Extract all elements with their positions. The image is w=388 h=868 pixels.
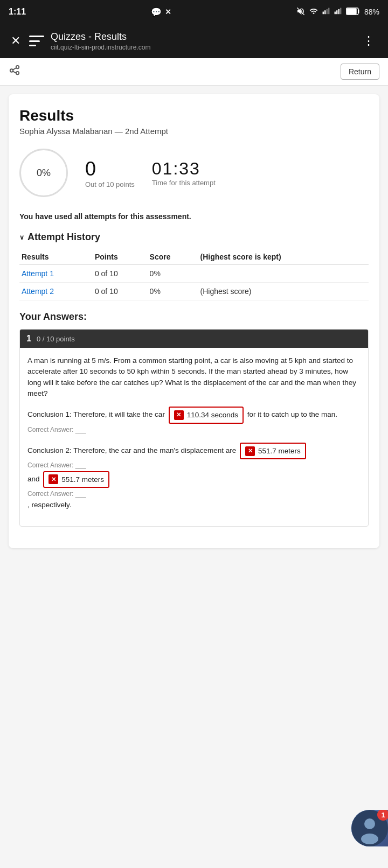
- status-bar: 1:11 💬 ✕ 88%: [0, 0, 388, 24]
- conclusion1-suffix: for it to catch up to the man.: [247, 410, 337, 418]
- signal1-icon: [322, 8, 330, 17]
- nav-subtitle: ciit.quiz-lti-sin-prod.instructure.com: [51, 44, 352, 51]
- svg-rect-3: [327, 9, 328, 13]
- score-time-label: Time for this attempt: [152, 179, 216, 187]
- score-circle: 0%: [19, 149, 68, 197]
- messenger-icon: 💬: [151, 7, 162, 17]
- attempt2-note: (Highest score): [198, 283, 369, 300]
- conclusion2-row: Conclusion 2: Therefore, the car and the…: [27, 443, 361, 511]
- wifi-icon: [309, 7, 318, 17]
- attempt1-note: [198, 265, 369, 283]
- score-points-block: 0 Out of 10 points: [85, 158, 135, 188]
- col-highest: (Highest score is kept): [198, 249, 369, 265]
- svg-line-13: [13, 67, 16, 69]
- conclusion2-answer2: ✕ 551.7 meters: [43, 471, 109, 488]
- question-block: 1 0 / 10 points A man is running at 5 m/…: [19, 329, 369, 527]
- attempt1-score: 0%: [148, 265, 198, 283]
- nav-title-block: Quizzes - Results ciit.quiz-lti-sin-prod…: [51, 31, 352, 51]
- col-score: Score: [148, 249, 198, 265]
- nav-title: Quizzes - Results: [51, 31, 352, 43]
- conclusion1-correct-label: Correct Answer: ___: [27, 425, 361, 435]
- conclusion2-answer1: ✕ 551.7 meters: [240, 443, 306, 460]
- col-points: Points: [93, 249, 148, 265]
- main-content: Results Sophia Alyssa Malabanan — 2nd At…: [0, 86, 388, 557]
- score-out-of: Out of 10 points: [85, 180, 135, 188]
- conclusion1-row: Conclusion 1: Therefore, it will take th…: [27, 407, 361, 435]
- question-body: A man is running at 5 m/s. From a common…: [20, 348, 368, 526]
- attempt2-points: 0 of 10: [93, 283, 148, 300]
- x-twitter-icon: ✕: [165, 8, 171, 16]
- svg-rect-8: [340, 8, 341, 14]
- wrong-icon: ✕: [245, 446, 255, 456]
- wrong-icon: ✕: [174, 410, 184, 420]
- student-attempt-label: Sophia Alyssa Malabanan — 2nd Attempt: [19, 127, 369, 136]
- score-time-block: 01:33 Time for this attempt: [152, 159, 216, 187]
- conclusion2-correct-label1: Correct Answer: ___: [27, 460, 361, 471]
- col-results: Results: [19, 249, 93, 265]
- status-right: 88%: [296, 7, 379, 17]
- share-icon[interactable]: [9, 65, 20, 79]
- conclusion2-conjunct: and: [27, 475, 40, 483]
- signal2-icon: [334, 8, 342, 17]
- svg-rect-6: [336, 10, 337, 14]
- conclusion1-answer-text: 110.34 seconds: [187, 409, 238, 421]
- chevron-down-icon: ∨: [19, 234, 24, 241]
- your-answers-title: Your Answers:: [19, 311, 369, 323]
- svg-rect-2: [324, 10, 325, 14]
- svg-rect-10: [347, 9, 356, 14]
- question-points: 0 / 10 points: [37, 335, 75, 343]
- svg-rect-7: [338, 9, 340, 13]
- question-text: A man is running at 5 m/s. From a common…: [27, 355, 361, 399]
- return-button[interactable]: Return: [341, 64, 379, 80]
- battery-icon: [346, 8, 360, 17]
- score-number: 0: [85, 158, 135, 180]
- results-card: Results Sophia Alyssa Malabanan — 2nd At…: [9, 94, 379, 548]
- attempt-history-table: Results Points Score (Highest score is k…: [19, 249, 369, 300]
- attempt-history-label: Attempt History: [27, 232, 100, 243]
- question-header: 1 0 / 10 points: [20, 330, 368, 348]
- attempt2-score: 0%: [148, 283, 198, 300]
- attempt1-link[interactable]: Attempt 1: [22, 269, 54, 278]
- more-options-button[interactable]: ⋮: [358, 32, 379, 50]
- conclusion2-answer1-text: 551.7 meters: [258, 445, 301, 457]
- question-number: 1: [26, 334, 31, 344]
- score-percent: 0%: [37, 167, 51, 179]
- status-time: 1:11: [9, 7, 26, 17]
- attempt2-link[interactable]: Attempt 2: [22, 287, 54, 296]
- battery-percentage: 88%: [364, 8, 379, 16]
- conclusion2-correct-label2: Correct Answer: ___: [27, 489, 361, 499]
- attempt-history-toggle[interactable]: ∨ Attempt History: [19, 232, 369, 243]
- status-icons: 💬 ✕: [151, 7, 171, 17]
- svg-rect-5: [335, 11, 336, 14]
- conclusion2-answer2-text: 551.7 meters: [61, 474, 104, 486]
- filter-icon[interactable]: [29, 36, 44, 46]
- conclusion2-suffix: , respectively.: [27, 501, 72, 509]
- close-button[interactable]: ✕: [9, 32, 23, 50]
- table-row: Attempt 2 0 of 10 0% (Highest score): [19, 283, 369, 300]
- toolbar: Return: [0, 58, 388, 86]
- mute-icon: [296, 7, 305, 17]
- results-title: Results: [19, 107, 369, 124]
- wrong-icon: ✕: [48, 474, 58, 484]
- nav-bar: ✕ Quizzes - Results ciit.quiz-lti-sin-pr…: [0, 24, 388, 58]
- conclusion1-answer: ✕ 110.34 seconds: [169, 407, 244, 424]
- conclusion2-prefix: Conclusion 2: Therefore, the car and the…: [27, 446, 236, 454]
- svg-rect-1: [323, 11, 324, 14]
- notice-text: You have used all attempts for this asse…: [19, 212, 369, 221]
- score-time: 01:33: [152, 159, 216, 179]
- score-area: 0% 0 Out of 10 points 01:33 Time for thi…: [19, 149, 369, 197]
- attempt1-points: 0 of 10: [93, 265, 148, 283]
- conclusion1-prefix: Conclusion 1: Therefore, it will take th…: [27, 410, 165, 418]
- table-row: Attempt 1 0 of 10 0%: [19, 265, 369, 283]
- svg-rect-4: [328, 8, 329, 14]
